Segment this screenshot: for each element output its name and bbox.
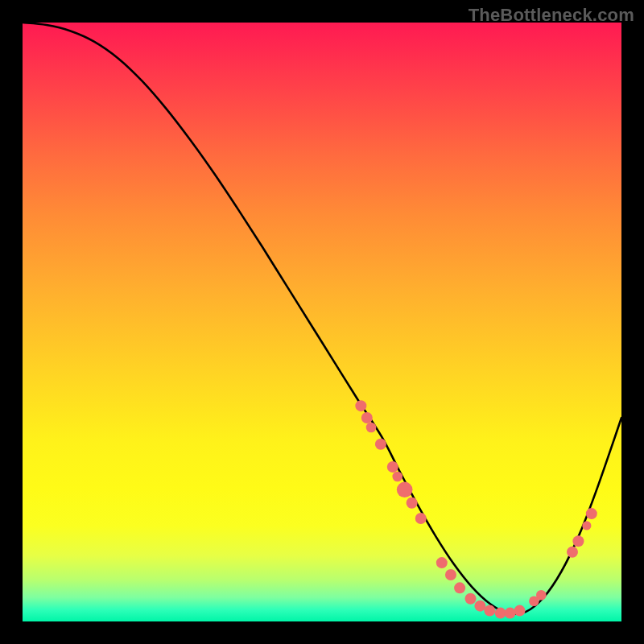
curve-marker (397, 482, 413, 498)
curve-marker (436, 557, 448, 568)
curve-marker (387, 461, 398, 473)
curve-marker (361, 412, 373, 423)
chart-svg (23, 23, 621, 621)
curve-marker (586, 508, 597, 519)
curve-marker (505, 608, 516, 619)
curve-marker (495, 608, 506, 619)
curve-marker (392, 472, 402, 482)
curve-marker (582, 521, 591, 530)
curve-marker (375, 439, 386, 450)
curve-marker (514, 605, 526, 617)
curve-marker (465, 593, 477, 605)
curve-marker (366, 423, 377, 433)
curve-marker (572, 535, 584, 547)
curve-marker (567, 547, 578, 558)
bottleneck-curve-line (23, 23, 621, 614)
curve-marker (445, 569, 456, 580)
curve-marker (415, 513, 427, 524)
curve-markers-group (355, 400, 597, 618)
curve-marker (484, 605, 495, 617)
chart-plot-area (23, 23, 621, 621)
curve-marker (454, 582, 465, 593)
curve-marker (536, 590, 547, 601)
curve-marker (407, 497, 418, 509)
curve-marker (355, 400, 366, 411)
curve-marker (474, 601, 485, 612)
